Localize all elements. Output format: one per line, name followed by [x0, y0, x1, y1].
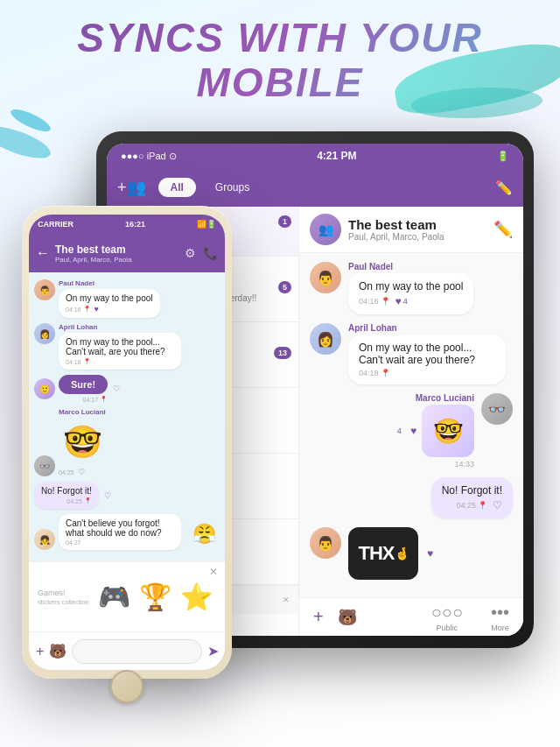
message-time: 04:18 — [66, 359, 81, 365]
avatar: 👩 — [34, 323, 55, 344]
message-meta: 04:18 📍 — [66, 358, 174, 365]
sticker-item[interactable]: 🏆 — [139, 581, 172, 612]
heart-icon[interactable]: ♡ — [78, 468, 85, 476]
tablet-edit-icon[interactable]: ✏️ — [495, 180, 513, 196]
sticker-item[interactable]: ⭐ — [180, 581, 213, 612]
avatar-icon: 👓 — [488, 401, 506, 418]
message-row: ♡ Sure! 04:17 📍 🙂 — [34, 375, 220, 403]
message-bubble: No! Forgot it! 04:25 📍 ♡ — [431, 477, 513, 518]
phone-header-icons: ⚙ 📞 — [185, 246, 218, 260]
message-row: No! Forgot it! 04:25 📍 ♡ — [310, 477, 513, 518]
chat-subtitle: Paul, April, Marco, Paola — [348, 232, 486, 242]
message-time: 04:16 — [359, 297, 379, 306]
message-row: ♡ No! Forgot it! 04:25 📍 — [34, 482, 220, 509]
message-sender: Paul Nadel — [348, 262, 473, 271]
message-bubble: On my way to the pool... Can't wait are … — [348, 335, 506, 384]
message-row: 👩 April Lohan On my way to the pool... C… — [34, 323, 220, 370]
bottom-public-item[interactable]: ○○○ Public — [431, 603, 463, 632]
heart-icon[interactable]: ♡ — [493, 499, 502, 511]
thx-sticker: THX🤞 — [348, 527, 418, 580]
message-time: 04:27 — [66, 539, 81, 546]
bear-icon[interactable]: 🐻 — [338, 608, 357, 627]
tablet-status-time: 4:21 PM — [317, 150, 356, 162]
avatar: 👨 — [34, 279, 55, 300]
message-meta: 04:17 📍 — [59, 396, 108, 403]
sticker: 🤓 — [422, 405, 474, 457]
tab-all[interactable]: All — [158, 178, 196, 197]
add-icon[interactable]: + — [36, 644, 44, 659]
add-icon[interactable]: + — [313, 607, 324, 627]
send-icon[interactable]: ➤ — [207, 643, 219, 659]
settings-icon[interactable]: ⚙ — [185, 246, 196, 260]
page-title: SYNCS WITH YOUR MOBILE — [0, 16, 560, 104]
heart-icon[interactable]: ♥ — [427, 547, 433, 560]
location-icon: 📍 — [83, 306, 91, 313]
location-icon: 📍 — [100, 396, 108, 403]
message-sender: Marco Luciani — [397, 393, 474, 403]
message-time: 04:25 — [456, 501, 476, 510]
heart-count: 4 — [403, 297, 408, 306]
message-time: 04:16 — [66, 307, 81, 313]
avatar-icon: 👩 — [317, 331, 334, 348]
message-meta: 04:27 — [66, 539, 174, 546]
sticker-popup: ✕ Games!stickers collection 🎮 🏆 ⭐ — [29, 561, 225, 631]
message-input[interactable] — [72, 639, 202, 664]
phone-chat-title: The best team — [55, 243, 179, 256]
location-icon: 📍 — [381, 297, 390, 306]
bottom-more-item[interactable]: ••• More — [491, 603, 509, 632]
tab-groups[interactable]: Groups — [203, 178, 262, 197]
tablet-chat-panel: 👥 The best team Paul, April, Marco, Paol… — [299, 207, 523, 636]
heart-icon[interactable]: ♥ — [410, 425, 416, 437]
sticker-bar-close[interactable]: ✕ — [283, 595, 290, 604]
sticker: 🤓 — [59, 418, 107, 466]
message-time: 04:18 — [359, 369, 379, 377]
message-row: 👓 Marco Luciani 🤓 ♥ 4 14:33 — [310, 393, 513, 469]
message-time: 04:17 — [83, 397, 99, 403]
avatar: 👧 — [34, 529, 55, 550]
mic-icon[interactable]: 🎤 — [224, 645, 225, 659]
chat-title: The best team — [348, 217, 486, 232]
sticker-face: 😤 — [188, 518, 220, 550]
avatar-icon: 👨 — [317, 270, 334, 286]
bear-icon[interactable]: 🐻 — [49, 643, 66, 659]
heart-icon[interactable]: ♡ — [113, 384, 120, 393]
message-text: No! Forgot it! — [442, 484, 502, 497]
message-sender: Paul Nadel — [59, 279, 160, 287]
heart-icon[interactable]: ♥ — [396, 295, 402, 307]
chat-badge: 13 — [274, 347, 291, 359]
message-sender: April Lohan — [348, 323, 506, 333]
more-label: More — [491, 624, 509, 632]
chat-badge: 1 — [278, 215, 291, 228]
avatar: 👨 — [310, 527, 341, 559]
message-row: 👨 Paul Nadel On my way to the pool 04:16… — [34, 279, 220, 318]
group-avatar: 👥 — [310, 214, 341, 245]
message-bubble: Can't believe you forgot! what should we… — [59, 514, 181, 550]
call-icon[interactable]: 📞 — [203, 246, 218, 260]
message-text: On my way to the pool... Can't wait are … — [359, 342, 475, 366]
carrier-label: CARRIER — [38, 220, 74, 229]
group-avatar-icon: 👥 — [318, 222, 333, 236]
phone-chat-header: ← The best team Paul, April, Marco, Paol… — [29, 234, 225, 272]
message-bubble: No! Forgot it! 04:25 📍 — [34, 482, 99, 509]
avatar: 👨 — [310, 262, 341, 293]
chat-badge: 5 — [278, 281, 291, 293]
chat-edit-icon[interactable]: ✏️ — [494, 220, 513, 239]
message-meta: 04:18 📍 — [359, 369, 495, 377]
message-meta: 04:25 📍 — [41, 497, 92, 504]
heart-icon[interactable]: ♥ — [94, 305, 99, 314]
message-text: Can't believe you forgot! what should we… — [66, 518, 162, 538]
phone-statusbar: CARRIER 16:21 📶🔋 — [29, 215, 225, 234]
sure-bubble: Sure! — [59, 375, 108, 394]
message-meta: 04:25 ♡ — [59, 468, 107, 476]
public-icon: ○○○ — [431, 603, 463, 623]
sticker-close-button[interactable]: ✕ — [209, 566, 218, 578]
sticker-item[interactable]: 🎮 — [98, 581, 130, 612]
message-row: 👨 THX🤞 ♥ — [310, 527, 513, 580]
home-button[interactable] — [110, 670, 144, 703]
phone-header-text: The best team Paul, April, Marco, Paola — [55, 243, 179, 264]
back-button[interactable]: ← — [36, 245, 50, 261]
tablet-add-icon[interactable]: +👥 — [117, 178, 146, 197]
message-row: 👨 Paul Nadel On my way to the pool 04:16… — [310, 262, 513, 314]
avatar: 🙂 — [34, 378, 55, 399]
heart-icon[interactable]: ♡ — [104, 491, 111, 500]
